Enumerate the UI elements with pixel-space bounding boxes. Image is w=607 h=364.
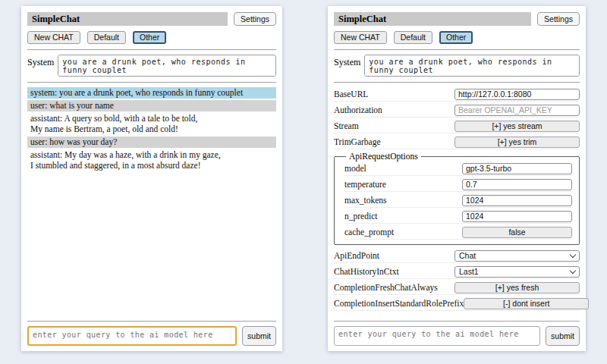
chat-messages: system: you are a drunk poet, who respon…: [27, 87, 276, 171]
cache-prompt-label: cache_prompt: [344, 228, 394, 237]
authorization-input[interactable]: [454, 105, 580, 116]
chathistoryinctxt-selected-value: Last1: [459, 267, 479, 276]
settings-button[interactable]: Settings: [537, 12, 580, 26]
model-label: model: [344, 164, 366, 173]
session-buttons: New CHAT Default Other: [334, 31, 580, 44]
divider: [334, 82, 580, 83]
chathistoryinctxt-label: ChatHistoryInCtxt: [334, 267, 399, 276]
app-title: SimpleChat: [27, 12, 228, 26]
setting-row-trimgarbage: TrimGarbage [+] yes trim: [334, 135, 580, 149]
setting-row-completionfreshchatalways: CompletionFreshChatAlways [+] yes fresh: [334, 281, 580, 295]
stream-label: Stream: [334, 121, 359, 130]
apiendpoint-selected-value: Chat: [459, 251, 476, 260]
submit-button[interactable]: submit: [242, 326, 276, 346]
app-title: SimpleChat: [334, 12, 531, 26]
chat-panel: SimpleChat Settings New CHAT Default Oth…: [21, 6, 282, 351]
new-chat-button[interactable]: New CHAT: [334, 31, 387, 44]
setting-row-baseurl: BaseURL: [334, 87, 580, 102]
n-predict-label: n_predict: [344, 212, 377, 221]
header: SimpleChat Settings: [27, 12, 276, 26]
system-prompt-label: System: [27, 55, 54, 68]
session-default-button[interactable]: Default: [394, 31, 432, 44]
trimgarbage-toggle-button[interactable]: [+] yes trim: [454, 136, 580, 148]
api-request-options-fieldset: ApiRequestOptions model temperature max_…: [334, 152, 580, 245]
settings-panel: SimpleChat Settings New CHAT Default Oth…: [328, 6, 586, 351]
new-chat-button[interactable]: New CHAT: [27, 31, 80, 44]
setting-row-chathistoryinctxt: ChatHistoryInCtxt Last1: [334, 265, 580, 279]
system-prompt-input[interactable]: you are a drunk poet, who responds in fu…: [364, 55, 580, 77]
n-predict-input[interactable]: [462, 211, 572, 222]
system-prompt-row: System you are a drunk poet, who respond…: [27, 55, 276, 77]
chat-message-assistant: assistant: My day was a haze, with a dri…: [27, 149, 276, 171]
chat-message-user: user: what is your name: [27, 100, 276, 111]
setting-row-authorization: Authorization: [334, 103, 580, 118]
query-bar: submit: [334, 321, 580, 346]
completionfreshchatalways-label: CompletionFreshChatAlways: [334, 283, 438, 292]
query-input[interactable]: [27, 326, 237, 346]
chevron-down-icon: [570, 267, 576, 273]
apiendpoint-select[interactable]: Chat: [454, 250, 580, 262]
setting-row-cache-prompt: cache_prompt false: [344, 225, 572, 240]
setting-row-model: model: [344, 162, 572, 176]
completioninsertstandardroleprefix-toggle-button[interactable]: [-] dont insert: [464, 298, 589, 309]
chevron-down-icon: [570, 251, 576, 257]
session-buttons: New CHAT Default Other: [27, 31, 276, 44]
setting-row-completioninsertstandardroleprefix: CompletionInsertStandardRolePrefix [-] d…: [334, 297, 580, 311]
session-other-button[interactable]: Other: [439, 31, 473, 44]
system-prompt-input[interactable]: you are a drunk poet, who responds in fu…: [58, 55, 276, 77]
divider: [27, 82, 276, 83]
divider: [27, 49, 276, 50]
temperature-input[interactable]: [462, 179, 572, 190]
setting-row-apiendpoint: ApiEndPoint Chat: [334, 249, 580, 263]
completioninsertstandardroleprefix-label: CompletionInsertStandardRolePrefix: [334, 299, 464, 308]
max-tokens-input[interactable]: [462, 195, 572, 206]
setting-row-temperature: temperature: [344, 177, 572, 192]
completionfreshchatalways-toggle-button[interactable]: [+] yes fresh: [454, 282, 580, 293]
chat-message-assistant: assistant: A query so bold, with a tale …: [27, 113, 276, 135]
trimgarbage-label: TrimGarbage: [334, 137, 381, 146]
chat-message-system: system: you are a drunk poet, who respon…: [27, 87, 276, 99]
query-bar: submit: [27, 321, 276, 346]
api-request-options-legend: ApiRequestOptions: [346, 152, 421, 161]
submit-button[interactable]: submit: [546, 326, 580, 346]
divider: [334, 49, 580, 50]
chathistoryinctxt-select[interactable]: Last1: [454, 266, 580, 278]
header: SimpleChat Settings: [334, 12, 580, 26]
system-prompt-row: System you are a drunk poet, who respond…: [334, 55, 580, 77]
apiendpoint-label: ApiEndPoint: [334, 251, 379, 260]
authorization-label: Authorization: [334, 105, 382, 115]
chat-message-user: user: how was your day?: [27, 136, 276, 148]
stream-toggle-button[interactable]: [+] yes stream: [454, 121, 580, 132]
system-prompt-label: System: [334, 55, 360, 68]
setting-row-n-predict: n_predict: [344, 209, 572, 224]
baseurl-input[interactable]: [454, 89, 580, 100]
settings-button[interactable]: Settings: [234, 12, 276, 26]
baseurl-label: BaseURL: [334, 89, 368, 99]
model-input[interactable]: [462, 163, 572, 174]
setting-row-stream: Stream [+] yes stream: [334, 119, 580, 133]
max-tokens-label: max_tokens: [344, 196, 387, 205]
cache-prompt-toggle-button[interactable]: false: [462, 227, 572, 238]
session-other-button[interactable]: Other: [133, 31, 166, 44]
query-input[interactable]: [334, 326, 540, 346]
session-default-button[interactable]: Default: [87, 31, 126, 44]
setting-row-max-tokens: max_tokens: [344, 193, 572, 208]
temperature-label: temperature: [344, 180, 386, 189]
